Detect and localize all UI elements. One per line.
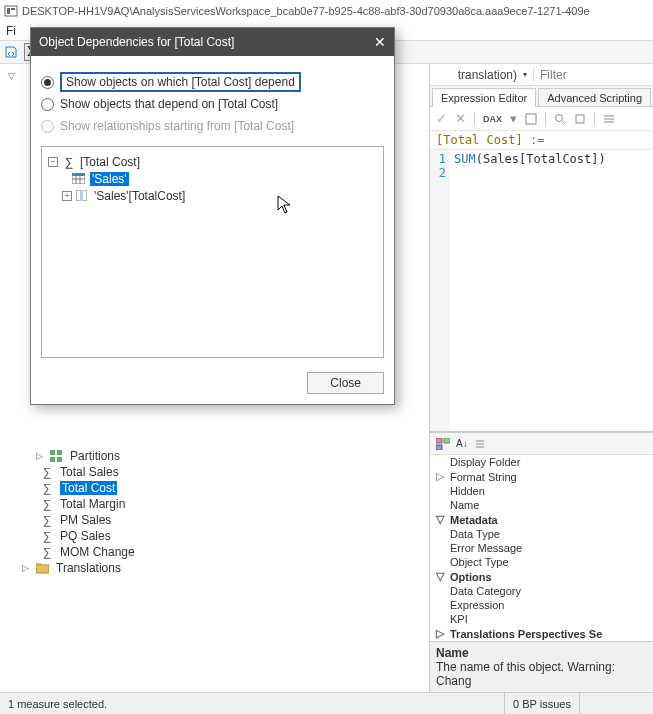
dax-mode-label[interactable]: DAX bbox=[483, 114, 502, 124]
expand-icon[interactable]: ▷ bbox=[20, 563, 30, 573]
prop-label: Format String bbox=[450, 471, 517, 483]
prop-label: Translations Perspectives Se bbox=[450, 628, 602, 640]
cursor-icon bbox=[277, 195, 293, 215]
tree-item-total-cost[interactable]: ∑ Total Cost bbox=[40, 480, 135, 496]
menu-file[interactable]: Fi bbox=[6, 24, 16, 38]
measure-icon: ∑ bbox=[40, 545, 54, 559]
dialog-footer: Close bbox=[31, 366, 394, 404]
tab-advanced-scripting[interactable]: Advanced Scripting bbox=[538, 88, 651, 107]
collapse-icon[interactable]: ▽ bbox=[436, 570, 446, 583]
svg-rect-3 bbox=[50, 450, 55, 455]
status-selection: 1 measure selected. bbox=[0, 693, 505, 714]
dep-tree-sales-totalcost[interactable]: + 'Sales'[TotalCost] bbox=[62, 187, 377, 204]
sort-az-icon[interactable]: A↓ bbox=[456, 438, 468, 449]
prop-kpi[interactable]: KPI bbox=[430, 612, 653, 626]
translation-dropdown[interactable]: translation) ▾ bbox=[430, 68, 533, 82]
tree-item-label: Total Sales bbox=[60, 465, 119, 479]
column-icon bbox=[76, 190, 90, 201]
dep-tree-sales[interactable]: 'Sales' bbox=[72, 170, 377, 187]
dep-node-label: [Total Cost] bbox=[80, 155, 140, 169]
dropdown-icon[interactable]: ▾ bbox=[510, 111, 517, 126]
svg-line-9 bbox=[562, 121, 565, 124]
separator bbox=[594, 112, 595, 126]
prop-expression[interactable]: Expression bbox=[430, 598, 653, 612]
accept-icon[interactable]: ✓ bbox=[436, 111, 447, 126]
tool-icon-1[interactable] bbox=[525, 113, 537, 125]
toolbar-icon-1[interactable] bbox=[4, 45, 18, 59]
expand-icon[interactable]: ▷ bbox=[34, 451, 44, 461]
keyword-sum: SUM bbox=[454, 152, 476, 166]
svg-rect-15 bbox=[72, 173, 85, 176]
expand-right-icon[interactable]: ▷ bbox=[436, 470, 446, 483]
radio-label: Show relationships starting from [Total … bbox=[60, 119, 294, 133]
prop-label: Hidden bbox=[450, 485, 485, 497]
tree-item-total-sales[interactable]: ∑ Total Sales bbox=[40, 464, 135, 480]
radio-depended-by[interactable]: Show objects that depend on [Total Cost] bbox=[41, 94, 384, 114]
radio-depends-on[interactable]: Show objects on which [Total Cost] depen… bbox=[41, 72, 384, 92]
svg-rect-13 bbox=[436, 445, 442, 450]
tree-item-total-margin[interactable]: ∑ Total Margin bbox=[40, 496, 135, 512]
caret-down-icon: ▾ bbox=[523, 70, 527, 79]
props-toolbar-icon[interactable] bbox=[474, 438, 486, 450]
prop-display-folder[interactable]: Display Folder bbox=[430, 455, 653, 469]
svg-rect-5 bbox=[50, 457, 55, 462]
window-titlebar: DESKTOP-HH1V9AQ\AnalysisServicesWorkspac… bbox=[0, 0, 653, 22]
editor-toolbar: ✓ ✕ DAX ▾ bbox=[430, 107, 653, 131]
radio-icon[interactable] bbox=[41, 76, 54, 89]
radio-icon[interactable] bbox=[41, 98, 54, 111]
dialog-title-text: Object Dependencies for [Total Cost] bbox=[39, 35, 234, 49]
tool-icon-2[interactable] bbox=[574, 113, 586, 125]
cancel-icon[interactable]: ✕ bbox=[455, 111, 466, 126]
collapse-box-icon[interactable]: − bbox=[48, 157, 58, 167]
dep-tree-root[interactable]: − ∑ [Total Cost] bbox=[48, 153, 377, 170]
measure-icon: ∑ bbox=[62, 155, 76, 169]
prop-name[interactable]: Name bbox=[430, 498, 653, 512]
radio-label: Show objects on which [Total Cost] depen… bbox=[60, 72, 301, 92]
close-icon[interactable]: ✕ bbox=[374, 34, 386, 50]
code-editor[interactable]: 12 SUM(Sales[TotalCost]) bbox=[430, 150, 653, 432]
prop-label: Options bbox=[450, 571, 492, 583]
expand-box-icon[interactable]: + bbox=[62, 191, 72, 201]
search-icon[interactable] bbox=[554, 113, 566, 125]
prop-data-type[interactable]: Data Type bbox=[430, 527, 653, 541]
separator bbox=[474, 112, 475, 126]
measure-icon: ∑ bbox=[40, 465, 54, 479]
tree-item-translations[interactable]: ▷ Translations bbox=[20, 560, 135, 576]
tree-item-label: Total Cost bbox=[60, 481, 117, 495]
tab-expression-editor[interactable]: Expression Editor bbox=[432, 88, 536, 107]
prop-error-message[interactable]: Error Message bbox=[430, 541, 653, 555]
categorize-icon[interactable] bbox=[436, 438, 450, 450]
prop-data-category[interactable]: Data Category bbox=[430, 584, 653, 598]
tree-item-partitions[interactable]: ▷ Partitions bbox=[34, 448, 135, 464]
dep-node-label: 'Sales' bbox=[90, 172, 129, 186]
prop-category-options[interactable]: ▽Options bbox=[430, 569, 653, 584]
prop-label: Metadata bbox=[450, 514, 498, 526]
property-description-title: Name bbox=[436, 646, 647, 660]
close-button[interactable]: Close bbox=[307, 372, 384, 394]
status-bp-issues: 0 BP issues bbox=[505, 693, 580, 714]
measure-icon: ∑ bbox=[40, 497, 54, 511]
tree-item-pq-sales[interactable]: ∑ PQ Sales bbox=[40, 528, 135, 544]
tree-item-mom-change[interactable]: ∑ MOM Change bbox=[40, 544, 135, 560]
dialog-titlebar[interactable]: Object Dependencies for [Total Cost] ✕ bbox=[31, 28, 394, 56]
prop-label: Object Type bbox=[450, 556, 509, 568]
expand-right-icon[interactable]: ▷ bbox=[436, 627, 446, 640]
svg-rect-20 bbox=[80, 190, 83, 201]
prop-category-translations[interactable]: ▷Translations Perspectives Se bbox=[430, 626, 653, 641]
tree-item-pm-sales[interactable]: ∑ PM Sales bbox=[40, 512, 135, 528]
prop-object-type[interactable]: Object Type bbox=[430, 555, 653, 569]
tool-icon-3[interactable] bbox=[603, 113, 615, 125]
prop-format-string[interactable]: ▷Format String bbox=[430, 469, 653, 484]
code-content[interactable]: SUM(Sales[TotalCost]) bbox=[450, 150, 610, 431]
properties-panel: A↓ Display Folder ▷Format String Hidden … bbox=[430, 432, 653, 692]
prop-category-metadata[interactable]: ▽Metadata bbox=[430, 512, 653, 527]
filter-input[interactable]: Filter bbox=[533, 68, 653, 82]
collapse-icon[interactable]: ▽ bbox=[436, 513, 446, 526]
expression-header: [Total Cost] := bbox=[430, 131, 653, 150]
dialog-body: Show objects on which [Total Cost] depen… bbox=[31, 56, 394, 366]
svg-rect-2 bbox=[11, 8, 15, 10]
prop-label: Name bbox=[450, 499, 479, 511]
prop-hidden[interactable]: Hidden bbox=[430, 484, 653, 498]
dependency-tree[interactable]: − ∑ [Total Cost] 'Sales' + 'Sales'[Total… bbox=[41, 146, 384, 358]
object-dependencies-dialog: Object Dependencies for [Total Cost] ✕ S… bbox=[30, 27, 395, 405]
